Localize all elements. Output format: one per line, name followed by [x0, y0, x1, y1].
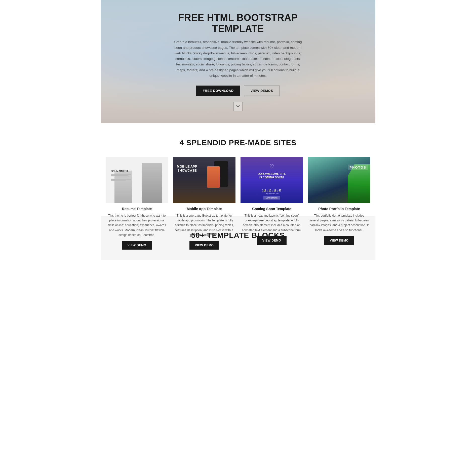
coming-preview: ♡ OUR AWESOME SITEIS COMING SOON! 318 : … — [241, 157, 303, 203]
premade-section-title: 4 SPLENDID PRE-MADE SITES — [106, 138, 370, 147]
resume-preview: JOHN SMITH — [106, 157, 168, 203]
heart-icon: ♡ — [269, 163, 274, 170]
card-photo-title: Photo Portfolio Template — [308, 207, 370, 211]
resume-demo-button[interactable]: VIEW DEMO — [122, 241, 152, 250]
mobile-preview: MOBILE APPSHOWCASE — [173, 157, 235, 203]
card-resume-title: Resume Template — [106, 207, 168, 211]
photo-demo-button[interactable]: VIEW DEMO — [324, 236, 354, 245]
card-photo-desc: This portfolio demo template includes se… — [308, 213, 370, 233]
hero-section: FREE HTML BOOTSTRAP TEMPLATE Create a be… — [101, 0, 375, 123]
photo-preview: PHOTOS — [308, 157, 370, 203]
card-mobile: MOBILE APPSHOWCASE Mobile App Template T… — [173, 157, 235, 203]
mobile-preview-text: MOBILE APPSHOWCASE — [177, 165, 197, 172]
hero-buttons: FREE DOWNLOAD VIEW DEMOS — [174, 86, 302, 96]
phone-screen — [207, 166, 220, 188]
coming-mini-button[interactable]: LEARN MORE — [263, 196, 280, 200]
card-photo: PHOTOS Photo Portfolio Template This por… — [308, 157, 370, 203]
scroll-down-button[interactable] — [233, 102, 243, 111]
phone-shape — [214, 161, 228, 187]
coming-counter-labels: Days Hrs Min Sec — [265, 193, 279, 194]
premade-section: 4 SPLENDID PRE-MADE SITES JOHN SMITH Res… — [101, 123, 375, 216]
resume-lines — [111, 174, 131, 182]
chevron-down-icon — [236, 104, 240, 108]
coming-link[interactable]: free bootstrap template — [258, 219, 289, 222]
download-button[interactable]: FREE DOWNLOAD — [196, 86, 240, 96]
card-coming: ♡ OUR AWESOME SITEIS COMING SOON! 318 : … — [241, 157, 303, 203]
card-coming-desc: This is a neat and laconic "coming soon"… — [241, 213, 303, 233]
photo-text-overlay: PHOTOS — [349, 166, 366, 169]
coming-text: OUR AWESOME SITEIS COMING SOON! — [258, 172, 286, 179]
card-resume-desc: This theme is perfect for those who want… — [106, 213, 168, 238]
resume-figure-right — [142, 163, 162, 203]
coming-counter: 318 : 10 : 18 : 57 — [262, 189, 282, 192]
hero-title: FREE HTML BOOTSTRAP TEMPLATE — [174, 12, 302, 34]
hero-content: FREE HTML BOOTSTRAP TEMPLATE Create a be… — [169, 12, 307, 111]
hero-description: Create a beautiful, responsive, mobile-f… — [174, 39, 302, 78]
card-coming-title: Coming Soon Template — [241, 207, 303, 211]
card-mobile-title: Mobile App Template — [173, 207, 235, 211]
view-demos-button[interactable]: VIEW DEMOS — [244, 86, 280, 96]
resume-name-label: JOHN SMITH — [111, 170, 128, 173]
card-resume: JOHN SMITH Resume Template This theme is… — [106, 157, 168, 203]
mobile-demo-button[interactable]: VIEW DEMO — [189, 241, 219, 250]
cards-grid: JOHN SMITH Resume Template This theme is… — [106, 157, 370, 203]
